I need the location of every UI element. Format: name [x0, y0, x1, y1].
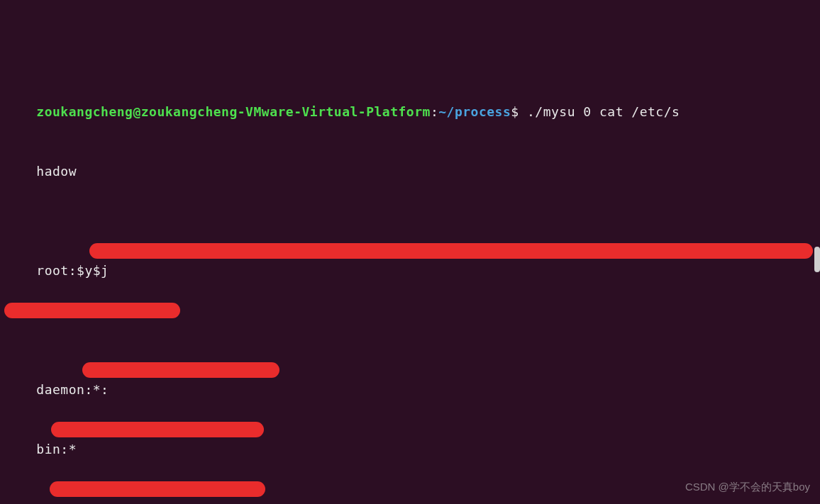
- user-host: zoukangcheng@zoukangcheng-VMware-Virtual…: [36, 104, 431, 119]
- command-text: ./mysu 0 cat /etc/s: [527, 104, 680, 119]
- output-daemon: daemon:*:: [4, 360, 816, 380]
- terminal-window[interactable]: zoukangcheng@zoukangcheng-VMware-Virtual…: [4, 3, 816, 504]
- prompt-symbol: $: [511, 104, 519, 119]
- output-bin: bin:*: [4, 420, 816, 439]
- output-root-wrap: [4, 301, 816, 320]
- prompt-line-wrap: hadow: [4, 142, 816, 162]
- watermark: CSDN @学不会的天真boy: [685, 477, 810, 497]
- prompt-line: zoukangcheng@zoukangcheng-VMware-Virtual…: [4, 82, 816, 102]
- output-root: root:$y$j: [4, 241, 816, 261]
- command-text-wrap: hadow: [36, 164, 77, 179]
- prompt-path: ~/process: [438, 104, 511, 119]
- scrollbar-thumb[interactable]: [814, 247, 820, 272]
- prompt-separator: :: [431, 104, 438, 119]
